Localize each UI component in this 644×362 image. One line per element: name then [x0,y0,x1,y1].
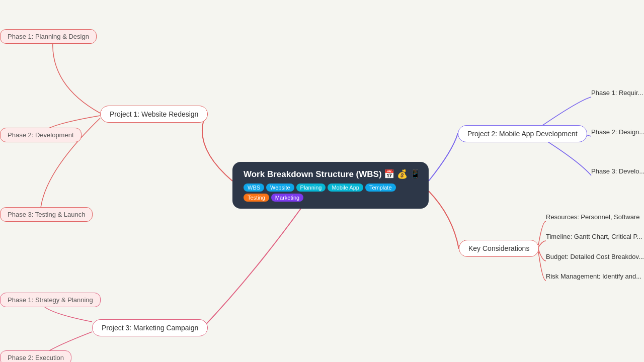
key-considerations-node[interactable]: Key Considerations [459,240,539,257]
phase1-project1-label: Phase 1: Planning & Design [8,33,89,40]
project1-node[interactable]: Project 1: Website Redesign [100,106,208,123]
tag-template: Template [365,184,396,192]
phase2-project2-label: Phase 2: Design... [591,128,644,136]
project1-label: Project 1: Website Redesign [110,110,198,118]
phase2-project1[interactable]: Phase 2: Development [0,128,82,142]
phase1-project2: Phase 1: Requir... [591,89,643,97]
project2-label: Project 2: Mobile App Development [467,130,578,138]
phase2-project3-label: Phase 2: Execution [8,354,64,361]
phase1-project2-label: Phase 1: Requir... [591,89,643,97]
phase1-project3[interactable]: Phase 1: Strategy & Planning [0,293,101,307]
phase3-project1-label: Phase 3: Testing & Launch [8,211,85,218]
phase2-project3[interactable]: Phase 2: Execution [0,350,71,362]
central-tags: WBS Website Planning Mobile App Template… [244,184,418,202]
project2-node[interactable]: Project 2: Mobile App Development [458,125,587,142]
phase1-project3-label: Phase 1: Strategy & Planning [8,296,93,304]
tag-website: Website [266,184,294,192]
phase2-project2: Phase 2: Design... [591,128,644,136]
central-node[interactable]: Work Breakdown Structure (WBS) 📅 💰 📱 WBS… [232,162,429,209]
tag-planning: Planning [296,184,326,192]
key-item-budget-label: Budget: Detailed Cost Breakdov... [546,253,644,260]
tag-testing: Testing [244,194,269,202]
key-item-timeline: Timeline: Gantt Chart, Critical P... [546,233,642,240]
phase3-project1[interactable]: Phase 3: Testing & Launch [0,207,93,222]
tag-mobileapp: Mobile App [328,184,363,192]
phase3-project2-label: Phase 3: Develo... [591,167,644,175]
key-item-resources: Resources: Personnel, Software [546,213,639,221]
phase1-project1[interactable]: Phase 1: Planning & Design [0,29,97,44]
key-item-timeline-label: Timeline: Gantt Chart, Critical P... [546,233,642,240]
key-item-budget: Budget: Detailed Cost Breakdov... [546,253,644,260]
project3-label: Project 3: Marketing Campaign [102,324,198,332]
mind-map-canvas: Work Breakdown Structure (WBS) 📅 💰 📱 WBS… [0,0,644,362]
key-item-risk-label: Risk Management: Identify and... [546,273,641,280]
phase2-project1-label: Phase 2: Development [8,131,74,139]
key-item-risk: Risk Management: Identify and... [546,273,641,280]
central-title: Work Breakdown Structure (WBS) 📅 💰 📱 [244,169,418,179]
key-item-resources-label: Resources: Personnel, Software [546,213,639,221]
project3-node[interactable]: Project 3: Marketing Campaign [92,319,208,336]
tag-marketing: Marketing [271,194,303,202]
phase3-project2: Phase 3: Develo... [591,167,644,175]
key-considerations-label: Key Considerations [468,244,529,252]
tag-wbs: WBS [244,184,264,192]
